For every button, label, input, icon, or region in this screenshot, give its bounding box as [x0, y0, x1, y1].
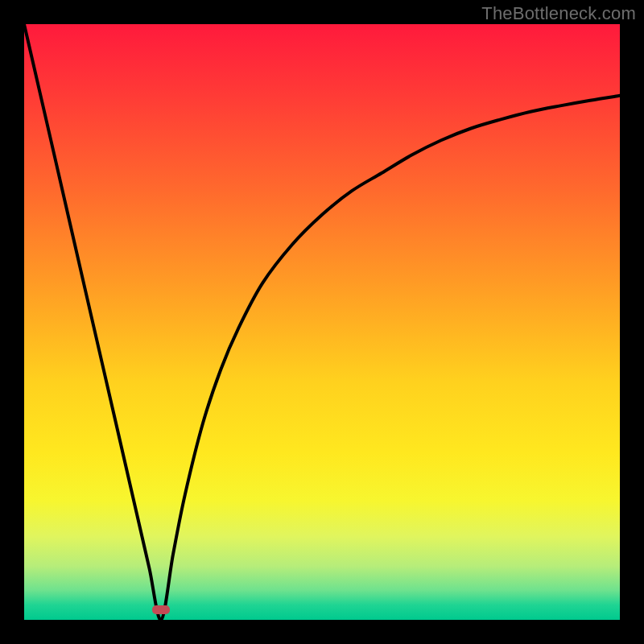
watermark-text: TheBottleneck.com [481, 3, 636, 24]
plot-area [24, 24, 620, 620]
min-marker [152, 605, 170, 613]
chart-container: TheBottleneck.com [0, 0, 644, 644]
bottleneck-curve [24, 24, 620, 620]
curve-layer [24, 24, 620, 620]
